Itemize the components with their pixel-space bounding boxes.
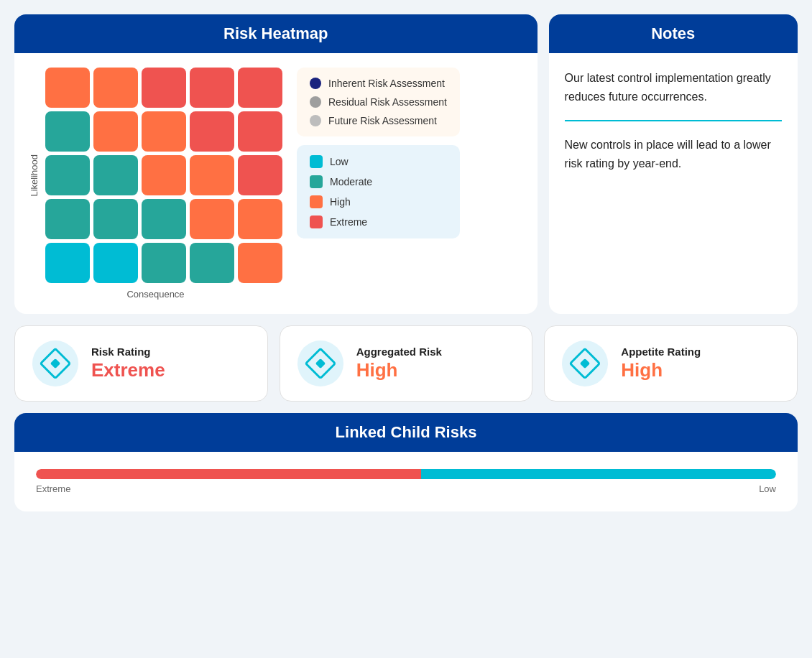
heatmap-card: Risk Heatmap Likelihood Consequence	[14, 14, 538, 314]
heatmap-cell-3-0	[45, 199, 90, 239]
diamond-icon-3	[569, 347, 601, 379]
heatmap-cell-2-3	[190, 155, 234, 195]
heatmap-cell-3-4	[238, 199, 282, 239]
heatmap-cell-4-1	[93, 243, 138, 283]
heatmap-title: Risk Heatmap	[14, 14, 538, 53]
extreme-label: Extreme	[330, 216, 367, 228]
heatmap-cell-1-0	[45, 111, 90, 152]
diamond-inner-2	[315, 358, 326, 369]
heatmap-cell-1-2	[142, 111, 186, 152]
heatmap-cell-4-3	[190, 243, 234, 283]
heatmap-area: Likelihood Consequence	[29, 68, 282, 300]
heatmap-cell-2-1	[93, 155, 138, 195]
aggregated-risk-value: High	[356, 359, 442, 381]
slider-label-low: Low	[759, 483, 776, 494]
low-label: Low	[330, 156, 349, 167]
note-divider	[565, 120, 782, 121]
heatmap-cell-0-0	[45, 68, 90, 108]
diamond-inner-1	[50, 358, 60, 369]
x-axis-label: Consequence	[126, 289, 184, 300]
diamond-icon-1	[39, 347, 71, 379]
appetite-rating-info: Appetite Rating High	[621, 346, 701, 381]
diamond-icon-2	[304, 347, 336, 379]
heatmap-cell-1-4	[238, 111, 282, 152]
heatmap-cell-0-1	[93, 68, 138, 108]
extreme-swatch	[310, 216, 323, 228]
slider-labels: Extreme Low	[36, 483, 776, 494]
heatmap-cell-0-3	[190, 68, 234, 108]
appetite-rating-icon	[562, 340, 608, 386]
aggregated-risk-info: Aggregated Risk High	[356, 346, 442, 381]
legend-residual: Residual Risk Assessment	[310, 96, 447, 108]
heatmap-cell-1-3	[190, 111, 234, 152]
note-1: Our latest control implementation greatl…	[565, 69, 782, 106]
risk-rating-label: Risk Rating	[91, 346, 165, 358]
heatmap-cell-0-2	[142, 68, 186, 108]
legend-high: High	[310, 195, 447, 208]
risk-rating-info: Risk Rating Extreme	[91, 346, 165, 381]
future-label: Future Risk Assessment	[328, 115, 437, 126]
high-label: High	[330, 196, 351, 208]
inherent-label: Inherent Risk Assessment	[328, 78, 445, 89]
heatmap-cell-4-4	[238, 243, 282, 283]
note-2: New controls in place will lead to a low…	[565, 136, 782, 172]
aggregated-risk-icon	[297, 340, 343, 386]
linked-risks-body: Extreme Low	[14, 452, 798, 511]
moderate-swatch	[310, 175, 323, 188]
assessment-legend: Inherent Risk Assessment Residual Risk A…	[297, 68, 460, 136]
heatmap-cell-0-4	[238, 68, 282, 108]
appetite-rating-card: Appetite Rating High	[544, 325, 798, 402]
appetite-rating-value: High	[621, 359, 701, 381]
high-swatch	[310, 195, 323, 208]
y-axis-label: Likelihood	[29, 154, 40, 197]
legend-moderate: Moderate	[310, 175, 447, 188]
notes-title: Notes	[549, 14, 798, 53]
slider-label-extreme: Extreme	[36, 483, 70, 494]
linked-risks-card: Linked Child Risks Extreme Low	[14, 413, 798, 511]
legend-extreme: Extreme	[310, 216, 447, 228]
legend-low: Low	[310, 155, 447, 168]
future-dot	[310, 115, 321, 126]
heatmap-cell-3-3	[190, 199, 234, 239]
heatmap-cell-3-1	[93, 199, 138, 239]
risk-rating-value: Extreme	[91, 359, 165, 381]
heatmap-cell-4-0	[45, 243, 90, 283]
aggregated-risk-label: Aggregated Risk	[356, 346, 442, 358]
diamond-inner-3	[580, 358, 590, 369]
appetite-rating-label: Appetite Rating	[621, 346, 701, 358]
slider-fill-low	[421, 469, 776, 479]
inherent-dot	[310, 78, 321, 89]
heatmap-cell-1-1	[93, 111, 138, 152]
ratings-row: Risk Rating Extreme Aggregated Risk High	[14, 325, 798, 402]
legend-area: Inherent Risk Assessment Residual Risk A…	[297, 68, 460, 300]
linked-risks-title: Linked Child Risks	[14, 413, 798, 452]
color-legend: Low Moderate High Extreme	[297, 145, 460, 238]
slider-fill-extreme	[36, 469, 421, 479]
legend-inherent: Inherent Risk Assessment	[310, 78, 447, 89]
heatmap-cell-2-2	[142, 155, 186, 195]
low-swatch	[310, 155, 323, 168]
legend-future: Future Risk Assessment	[310, 115, 447, 126]
heatmap-grid	[45, 68, 282, 283]
heatmap-grid-wrapper	[45, 68, 282, 283]
notes-card: Notes Our latest control implementation …	[549, 14, 798, 314]
heatmap-cell-2-0	[45, 155, 90, 195]
risk-slider	[36, 469, 776, 479]
risk-rating-card: Risk Rating Extreme	[14, 325, 268, 402]
moderate-label: Moderate	[330, 176, 372, 187]
risk-rating-icon	[32, 340, 78, 386]
heatmap-cell-4-2	[142, 243, 186, 283]
heatmap-cell-3-2	[142, 199, 186, 239]
aggregated-risk-card: Aggregated Risk High	[280, 325, 533, 402]
residual-label: Residual Risk Assessment	[328, 96, 447, 108]
heatmap-cell-2-4	[238, 155, 282, 195]
residual-dot	[310, 96, 321, 108]
